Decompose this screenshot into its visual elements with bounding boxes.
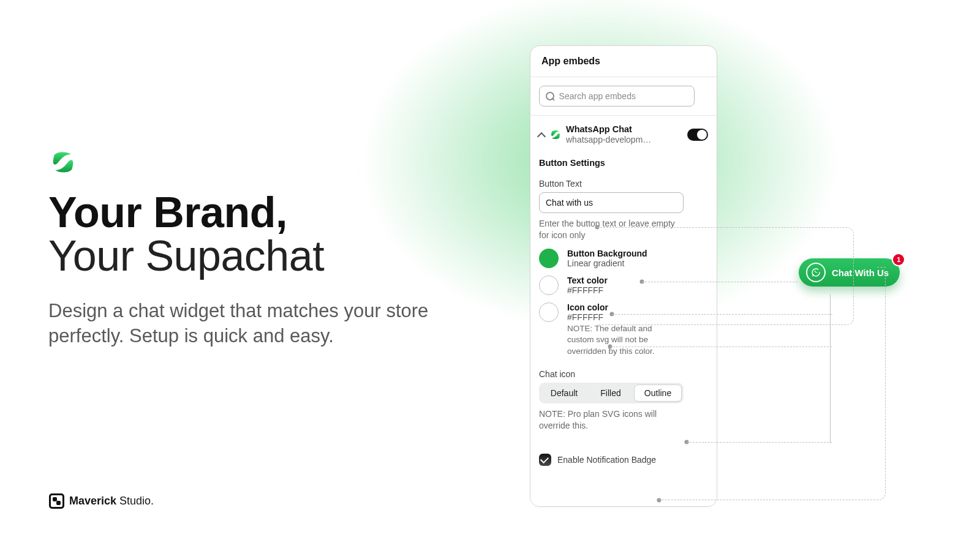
enable-badge-checkbox[interactable] — [539, 454, 551, 466]
chat-icon-label: Chat icon — [530, 357, 717, 383]
hero-title-light: Your Supachat — [48, 232, 324, 280]
text-color-row[interactable]: Text color #FFFFFF — [530, 268, 717, 295]
supachat-mini-logo-icon — [549, 128, 562, 141]
button-background-swatch[interactable] — [539, 249, 559, 268]
chat-icon-note: NOTE: Pro plan SVG icons will override t… — [530, 403, 690, 432]
search-field[interactable] — [559, 91, 688, 101]
search-icon — [546, 92, 554, 101]
icon-color-row[interactable]: Icon color #FFFFFF NOTE: The default and… — [530, 295, 717, 357]
whatsapp-icon — [806, 263, 826, 282]
search-wrap — [530, 77, 717, 116]
chat-pill-label: Chat With Us — [832, 268, 889, 278]
maverick-mark-icon — [49, 493, 64, 509]
button-background-value: Linear gradient — [567, 258, 647, 268]
panel-header: App embeds — [530, 46, 717, 77]
embed-name: WhatsApp Chat — [566, 124, 684, 135]
text-color-swatch[interactable] — [539, 276, 559, 295]
embed-enable-toggle[interactable] — [687, 129, 708, 141]
button-background-row[interactable]: Button Background Linear gradient — [530, 241, 717, 268]
supachat-logo — [49, 148, 77, 176]
text-color-name: Text color — [567, 276, 608, 285]
button-text-value: Chat with us — [546, 198, 593, 208]
chat-icon-opt-default[interactable]: Default — [541, 384, 587, 402]
hero-subtitle: Design a chat widget that matches your s… — [48, 299, 477, 349]
button-text-help: Enter the button text or leave empty for… — [530, 213, 690, 241]
connector-right-rail — [830, 294, 831, 444]
panel-title: App embeds — [541, 56, 706, 67]
icon-color-name: Icon color — [567, 302, 608, 312]
notification-badge: 1 — [893, 254, 904, 265]
chat-icon-opt-filled[interactable]: Filled — [587, 384, 634, 402]
enable-badge-label: Enable Notification Badge — [557, 455, 656, 465]
maverick-studio-logo: Maverick Studio. — [49, 493, 154, 509]
section-button-settings: Button Settings — [530, 144, 717, 170]
button-background-name: Button Background — [567, 249, 647, 258]
embed-item-whatsapp-chat[interactable]: WhatsApp Chat whatsapp-developm… — [530, 116, 717, 144]
button-text-input[interactable]: Chat with us — [539, 192, 684, 213]
whatsapp-chat-pill[interactable]: Chat With Us 1 — [799, 258, 900, 287]
enable-badge-row[interactable]: Enable Notification Badge — [530, 432, 717, 466]
icon-color-value: #FFFFFF — [567, 312, 679, 322]
icon-color-swatch[interactable] — [539, 302, 559, 322]
chevron-up-icon — [537, 130, 545, 139]
maverick-wordmark: Maverick Studio. — [69, 495, 154, 508]
text-color-value: #FFFFFF — [567, 285, 608, 295]
app-embeds-panel: App embeds WhatsApp Chat whatsapp-develo… — [530, 45, 717, 507]
hero-title-bold: Your Brand, — [48, 189, 287, 236]
search-app-embeds-input[interactable] — [539, 86, 695, 107]
icon-color-note: NOTE: The default and custom svg will no… — [567, 323, 679, 357]
chat-icon-segmented: Default Filled Outline — [539, 383, 684, 403]
button-text-label: Button Text — [530, 170, 717, 192]
chat-icon-opt-outline[interactable]: Outline — [634, 384, 682, 402]
hero-title: Your Brand, Your Supachat — [48, 191, 324, 279]
embed-meta: WhatsApp Chat whatsapp-developm… — [566, 124, 684, 144]
embed-slug: whatsapp-developm… — [566, 135, 658, 144]
